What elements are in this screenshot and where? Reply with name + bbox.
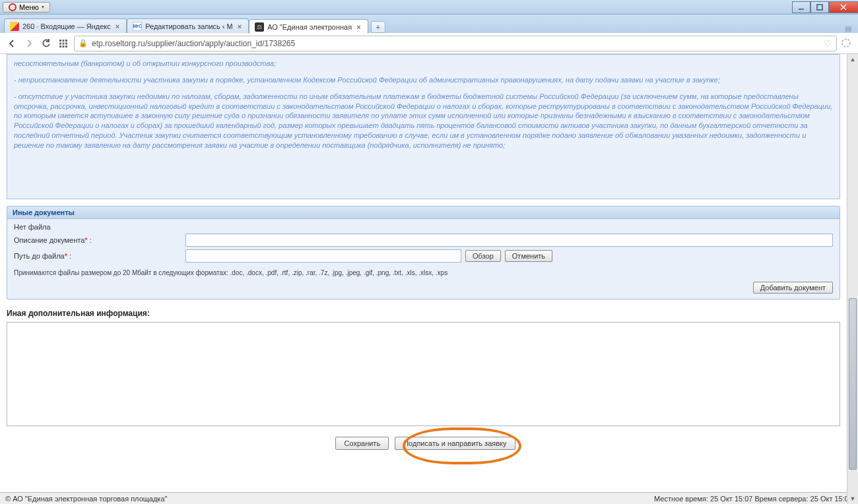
svg-point-13 <box>842 39 850 47</box>
new-tab-button[interactable]: + <box>371 21 385 33</box>
svg-rect-5 <box>63 40 65 42</box>
browser-tab-roseltorg[interactable]: ⚖ АО "Единая электронная × <box>249 19 368 34</box>
tab-close-icon[interactable]: × <box>355 23 362 31</box>
svg-rect-12 <box>65 46 67 47</box>
window-maximize-button[interactable] <box>810 1 829 13</box>
svg-rect-4 <box>59 40 61 42</box>
svg-rect-1 <box>817 5 822 10</box>
opera-menu-label: Меню <box>19 3 39 11</box>
yandex-favicon <box>10 22 19 31</box>
svg-rect-6 <box>65 40 67 42</box>
window-minimize-button[interactable] <box>792 1 810 13</box>
window-titlebar: Меню ▾ <box>0 0 858 15</box>
opera-icon <box>9 3 16 11</box>
window-close-button[interactable] <box>829 1 858 13</box>
browser-tab-yandex-mail[interactable]: 260 · Входящие — Яндекс × <box>4 18 127 33</box>
tab-close-icon[interactable]: × <box>114 22 121 30</box>
lock-icon: 🔒 <box>79 39 88 47</box>
roseltorg-favicon: ⚖ <box>255 22 264 32</box>
panel-toggle-icon[interactable]: ▤ <box>845 24 851 33</box>
browser-toolbar: 🔒 etp.roseltorg.ru/supplier/auction/appl… <box>0 33 858 54</box>
sync-icon[interactable] <box>841 38 853 49</box>
opera-menu-button[interactable]: Меню ▾ <box>3 2 50 13</box>
bookmark-heart-icon[interactable]: ♡ <box>824 38 832 49</box>
tab-label: 260 · Входящие — Яндекс <box>22 22 111 30</box>
browser-tab-bar: 260 · Входящие — Яндекс × MrC Редактиров… <box>0 15 858 33</box>
speed-dial-button[interactable] <box>57 37 70 50</box>
svg-rect-11 <box>63 46 65 47</box>
tab-label: АО "Единая электронная <box>267 23 352 31</box>
nav-back-button[interactable] <box>5 37 18 50</box>
svg-rect-9 <box>65 42 67 44</box>
url-text: etp.roseltorg.ru/supplier/auction/apply/… <box>92 39 820 48</box>
mrc-favicon: MrC <box>133 22 142 31</box>
nav-reload-button[interactable] <box>40 37 53 50</box>
svg-rect-7 <box>59 42 61 44</box>
address-bar[interactable]: 🔒 etp.roseltorg.ru/supplier/auction/appl… <box>74 36 837 51</box>
chevron-down-icon: ▾ <box>42 4 44 10</box>
tab-close-icon[interactable]: × <box>236 22 243 30</box>
browser-tab-edit-post[interactable]: MrC Редактировать запись ‹ М × <box>127 18 249 33</box>
tab-label: Редактировать запись ‹ М <box>145 22 232 30</box>
svg-rect-10 <box>59 46 61 47</box>
svg-rect-8 <box>63 42 65 44</box>
nav-forward-button[interactable] <box>22 37 36 50</box>
